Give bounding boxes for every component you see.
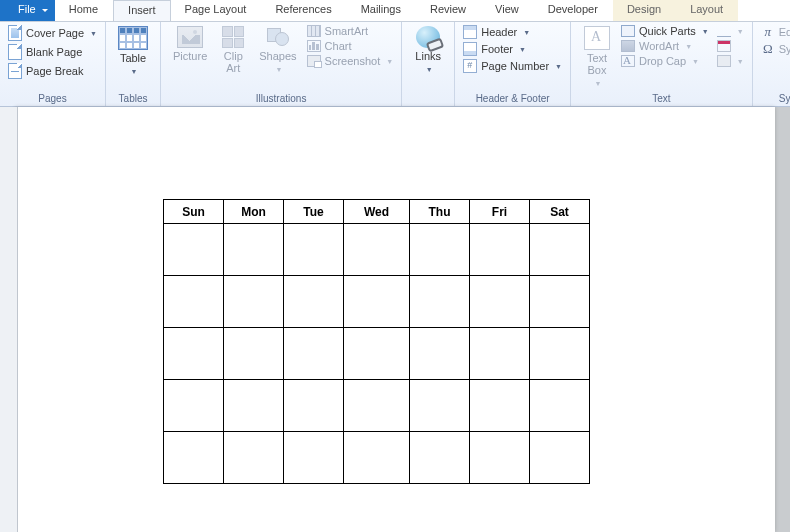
text-box-button[interactable]: TextBox ▼	[577, 24, 617, 92]
footer-icon	[463, 42, 477, 56]
calendar-cell[interactable]	[164, 276, 224, 328]
calendar-cell[interactable]	[284, 224, 344, 276]
blank-page-label: Blank Page	[26, 46, 82, 58]
tab-insert[interactable]: Insert	[113, 0, 171, 21]
calendar-cell[interactable]	[284, 276, 344, 328]
calendar-cell[interactable]	[164, 432, 224, 484]
tab-developer[interactable]: Developer	[534, 0, 613, 21]
tab-layout[interactable]: Layout	[676, 0, 738, 21]
calendar-cell[interactable]	[344, 380, 410, 432]
calendar-cell[interactable]	[470, 276, 530, 328]
tab-page-layout[interactable]: Page Layout	[171, 0, 262, 21]
date-time-button[interactable]	[715, 39, 746, 53]
calendar-cell[interactable]	[344, 432, 410, 484]
calendar-cell[interactable]	[224, 224, 284, 276]
table-button[interactable]: Table▼	[112, 24, 154, 80]
screenshot-button[interactable]: Screenshot ▼	[305, 54, 396, 68]
tab-references[interactable]: References	[261, 0, 346, 21]
object-button[interactable]: ▼	[715, 54, 746, 68]
page-break-label: Page Break	[26, 65, 83, 77]
links-icon	[416, 26, 440, 48]
quick-parts-label: Quick Parts	[639, 25, 696, 37]
calendar-cell[interactable]	[530, 224, 590, 276]
symbol-label: Symbol	[779, 43, 790, 55]
calendar-row	[164, 276, 590, 328]
wordart-button[interactable]: WordArt ▼	[619, 39, 711, 53]
calendar-cell[interactable]	[284, 328, 344, 380]
group-header-footer-label: Header & Footer	[461, 92, 564, 106]
calendar-cell[interactable]	[410, 432, 470, 484]
chart-button[interactable]: Chart	[305, 39, 396, 53]
calendar-cell[interactable]	[164, 328, 224, 380]
blank-page-button[interactable]: Blank Page	[6, 43, 99, 61]
table-icon	[118, 26, 148, 50]
calendar-cell[interactable]	[164, 380, 224, 432]
tab-view[interactable]: View	[481, 0, 534, 21]
calendar-cell[interactable]	[410, 380, 470, 432]
drop-cap-button[interactable]: Drop Cap ▼	[619, 54, 711, 68]
chevron-down-icon: ▼	[692, 58, 699, 65]
footer-button[interactable]: Footer ▼	[461, 41, 564, 57]
calendar-cell[interactable]	[410, 276, 470, 328]
smartart-label: SmartArt	[325, 25, 368, 37]
smartart-button[interactable]: SmartArt	[305, 24, 396, 38]
calendar-header-sun[interactable]: Sun	[164, 200, 224, 224]
calendar-cell[interactable]	[530, 328, 590, 380]
calendar-cell[interactable]	[470, 432, 530, 484]
calendar-cell[interactable]	[410, 224, 470, 276]
links-label: Links	[415, 50, 441, 62]
calendar-header-mon[interactable]: Mon	[224, 200, 284, 224]
header-button[interactable]: Header ▼	[461, 24, 564, 40]
calendar-cell[interactable]	[344, 224, 410, 276]
signature-line-button[interactable]: ▼	[715, 24, 746, 38]
calendar-cell[interactable]	[344, 328, 410, 380]
page-break-icon	[8, 63, 22, 79]
calendar-cell[interactable]	[224, 328, 284, 380]
calendar-cell[interactable]	[284, 432, 344, 484]
calendar-header-sat[interactable]: Sat	[530, 200, 590, 224]
calendar-cell[interactable]	[344, 276, 410, 328]
calendar-table[interactable]: Sun Mon Tue Wed Thu Fri Sat	[163, 199, 590, 484]
blank-page-icon	[8, 44, 22, 60]
calendar-cell[interactable]	[530, 380, 590, 432]
quick-parts-button[interactable]: Quick Parts ▼	[619, 24, 711, 38]
shapes-button[interactable]: Shapes▼	[253, 24, 302, 78]
calendar-cell[interactable]	[470, 224, 530, 276]
page-break-button[interactable]: Page Break	[6, 62, 99, 80]
symbol-button[interactable]: Ω Symbol ▼	[759, 41, 790, 57]
calendar-header-tue[interactable]: Tue	[284, 200, 344, 224]
chart-icon	[307, 40, 321, 52]
tab-home[interactable]: Home	[55, 0, 113, 21]
footer-label: Footer	[481, 43, 513, 55]
equation-button[interactable]: π Equation ▼	[759, 24, 790, 40]
group-header-footer: Header ▼ Footer ▼ Page Number ▼ Header &…	[455, 22, 571, 106]
calendar-cell[interactable]	[410, 328, 470, 380]
calendar-cell[interactable]	[470, 380, 530, 432]
chevron-down-icon: ▼	[737, 58, 744, 65]
calendar-cell[interactable]	[224, 380, 284, 432]
cover-page-button[interactable]: Cover Page ▼	[6, 24, 99, 42]
calendar-cell[interactable]	[284, 380, 344, 432]
calendar-cell[interactable]	[224, 276, 284, 328]
tab-mailings[interactable]: Mailings	[347, 0, 416, 21]
calendar-header-fri[interactable]: Fri	[470, 200, 530, 224]
calendar-cell[interactable]	[470, 328, 530, 380]
clip-art-button[interactable]: ClipArt	[213, 24, 253, 76]
calendar-cell[interactable]	[164, 224, 224, 276]
wordart-label: WordArt	[639, 40, 679, 52]
tab-review[interactable]: Review	[416, 0, 481, 21]
calendar-cell[interactable]	[530, 276, 590, 328]
picture-button[interactable]: Picture	[167, 24, 213, 64]
links-button[interactable]: Links▼	[408, 24, 448, 78]
document-page[interactable]: Sun Mon Tue Wed Thu Fri Sat	[15, 107, 775, 532]
calendar-header-thu[interactable]: Thu	[410, 200, 470, 224]
page-number-button[interactable]: Page Number ▼	[461, 58, 564, 74]
tab-file[interactable]: File	[0, 0, 55, 21]
vertical-ruler[interactable]	[0, 107, 18, 532]
calendar-cell[interactable]	[530, 432, 590, 484]
calendar-header-wed[interactable]: Wed	[344, 200, 410, 224]
calendar-cell[interactable]	[224, 432, 284, 484]
tab-design[interactable]: Design	[613, 0, 676, 21]
group-links: Links▼	[402, 22, 455, 106]
page-number-icon	[463, 59, 477, 73]
